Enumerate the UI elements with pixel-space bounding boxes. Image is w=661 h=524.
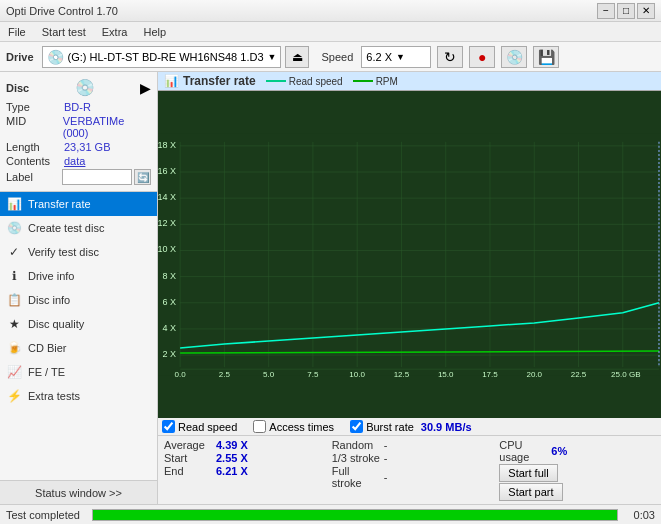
speed-label: Speed [321, 51, 353, 63]
access-times-checkbox-label: Access times [269, 421, 334, 433]
burst-rate-checkbox-item: Burst rate 30.9 MB/s [350, 420, 471, 433]
chart-panel: 📊 Transfer rate Read speed RPM 18 X [158, 72, 661, 504]
nav-item-disc-quality[interactable]: ★ Disc quality [0, 312, 157, 336]
stat-random-row: Random - [332, 439, 488, 451]
minimize-button[interactable]: − [597, 3, 615, 19]
start-part-button[interactable]: Start part [499, 483, 562, 501]
speed-select[interactable]: 6.2 X ▼ [361, 46, 431, 68]
disc-contents-val[interactable]: data [64, 155, 85, 167]
chart-svg: 18 X 16 X 14 X 12 X 10 X 8 X 6 X 4 X 2 X [158, 91, 661, 418]
maximize-button[interactable]: □ [617, 3, 635, 19]
transfer-rate-icon: 📊 [6, 196, 22, 212]
nav-item-cd-bier[interactable]: 🍺 CD Bier [0, 336, 157, 360]
burst-rate-checkbox[interactable] [350, 420, 363, 433]
disc-mid-key: MID [6, 115, 63, 139]
create-test-disc-icon: 💿 [6, 220, 22, 236]
y-label-12x: 12 X [158, 218, 176, 228]
nav-item-drive-info[interactable]: ℹ Drive info [0, 264, 157, 288]
svg-text:10.0: 10.0 [349, 370, 365, 379]
stat-start-part-row: Start part [499, 483, 655, 501]
refresh-icon: ↻ [444, 49, 456, 65]
stat-cpu-label: CPU usage [499, 439, 549, 463]
disc-button[interactable]: 💿 [501, 46, 527, 68]
disc-label-button[interactable]: 🔄 [134, 169, 151, 185]
legend-rpm-color [353, 80, 373, 82]
read-speed-checkbox[interactable] [162, 420, 175, 433]
progress-bar-fill [93, 510, 617, 520]
red-dot-button[interactable]: ● [469, 46, 495, 68]
nav-item-disc-info[interactable]: 📋 Disc info [0, 288, 157, 312]
nav-item-create-test-disc[interactable]: 💿 Create test disc [0, 216, 157, 240]
stat-fullstroke-value: - [384, 471, 388, 483]
svg-text:12.5: 12.5 [394, 370, 410, 379]
legend-read-speed-label: Read speed [289, 76, 343, 87]
svg-text:2.5: 2.5 [219, 370, 231, 379]
window-controls: − □ ✕ [597, 3, 655, 19]
stat-start-value: 2.55 X [216, 452, 248, 464]
eject-button[interactable]: ⏏ [285, 46, 309, 68]
nav-item-drive-info-label: Drive info [28, 270, 74, 282]
menu-help[interactable]: Help [139, 25, 170, 39]
menu-file[interactable]: File [4, 25, 30, 39]
nav-item-fe-te[interactable]: 📈 FE / TE [0, 360, 157, 384]
nav-item-extra-tests[interactable]: ⚡ Extra tests [0, 384, 157, 408]
drive-icon: 💿 [47, 49, 64, 65]
chart-container: 18 X 16 X 14 X 12 X 10 X 8 X 6 X 4 X 2 X [158, 91, 661, 418]
y-label-10x: 10 X [158, 244, 176, 254]
save-button[interactable]: 💾 [533, 46, 559, 68]
stat-cpu-value: 6% [551, 445, 567, 457]
toolbar: Drive 💿 (G:) HL-DT-ST BD-RE WH16NS48 1.D… [0, 42, 661, 72]
chart-title-icon: 📊 [164, 74, 179, 88]
nav-item-verify-test-disc-label: Verify test disc [28, 246, 99, 258]
stat-random-label: Random [332, 439, 382, 451]
speed-dropdown-arrow: ▼ [396, 52, 405, 62]
drive-text: (G:) HL-DT-ST BD-RE WH16NS48 1.D3 [68, 51, 264, 63]
access-times-checkbox[interactable] [253, 420, 266, 433]
disc-mid-val: VERBATIMe (000) [63, 115, 151, 139]
status-time: 0:03 [634, 509, 655, 521]
nav-item-transfer-rate[interactable]: 📊 Transfer rate [0, 192, 157, 216]
stat-fullstroke-label: Full stroke [332, 465, 382, 489]
progress-bar-container [92, 509, 618, 521]
start-full-button[interactable]: Start full [499, 464, 557, 482]
y-label-4x: 4 X [163, 323, 177, 333]
y-label-6x: 6 X [163, 297, 177, 307]
read-speed-checkbox-item: Read speed [162, 420, 237, 433]
status-bar: Test completed 0:03 [0, 504, 661, 524]
stat-end-label: End [164, 465, 214, 477]
nav-item-disc-quality-label: Disc quality [28, 318, 84, 330]
stat-average-label: Average [164, 439, 214, 451]
chart-checkboxes: Read speed Access times Burst rate 30.9 … [158, 418, 661, 435]
nav-item-verify-test-disc[interactable]: ✓ Verify test disc [0, 240, 157, 264]
stat-fullstroke-row: Full stroke - [332, 465, 488, 489]
svg-text:0.0: 0.0 [175, 370, 187, 379]
fe-te-icon: 📈 [6, 364, 22, 380]
y-label-16x: 16 X [158, 166, 176, 176]
refresh-button[interactable]: ↻ [437, 46, 463, 68]
disc-header-icon: 💿 [75, 78, 95, 97]
nav-item-transfer-rate-label: Transfer rate [28, 198, 91, 210]
svg-text:20.0: 20.0 [526, 370, 542, 379]
disc-length-row: Length 23,31 GB [6, 141, 151, 153]
svg-text:25.0 GB: 25.0 GB [611, 370, 640, 379]
menu-extra[interactable]: Extra [98, 25, 132, 39]
stat-stroke13-value: - [384, 452, 388, 464]
disc-label-row: Label 🔄 [6, 169, 151, 185]
disc-mid-row: MID VERBATIMe (000) [6, 115, 151, 139]
stat-cpu-row: CPU usage 6% [499, 439, 655, 463]
close-button[interactable]: ✕ [637, 3, 655, 19]
drive-info-icon: ℹ [6, 268, 22, 284]
stat-start-label: Start [164, 452, 214, 464]
status-text: Test completed [6, 509, 80, 521]
drive-select[interactable]: 💿 (G:) HL-DT-ST BD-RE WH16NS48 1.D3 ▼ [42, 46, 282, 68]
nav-item-disc-info-label: Disc info [28, 294, 70, 306]
speed-value: 6.2 X [366, 51, 392, 63]
stat-stroke13-label: 1/3 stroke [332, 452, 382, 464]
disc-label-input[interactable] [62, 169, 132, 185]
status-window-button[interactable]: Status window >> [0, 480, 157, 504]
disc-arrow-icon[interactable]: ▶ [140, 80, 151, 96]
save-icon: 💾 [538, 49, 555, 65]
status-window-label: Status window >> [35, 487, 122, 499]
menu-start-test[interactable]: Start test [38, 25, 90, 39]
nav-items: 📊 Transfer rate 💿 Create test disc ✓ Ver… [0, 192, 157, 480]
